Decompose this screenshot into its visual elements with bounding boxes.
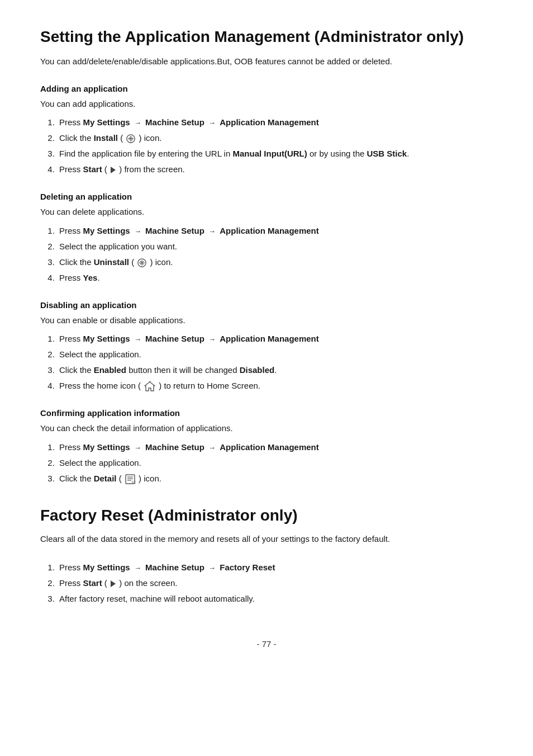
uninstall-icon xyxy=(137,258,147,268)
page-intro: You can add/delete/enable/disable applic… xyxy=(40,55,493,68)
arrow-icon: → xyxy=(134,119,141,127)
install-icon xyxy=(126,134,136,144)
list-item: After factory reset, machine will reboot… xyxy=(57,592,493,606)
steps-list-deleting: Press My Settings → Machine Setup → Appl… xyxy=(51,224,493,285)
section-heading-adding: Adding an application xyxy=(40,84,493,93)
bold-text: Application Management xyxy=(220,334,319,343)
steps-list-factory-reset: Press My Settings → Machine Setup → Fact… xyxy=(51,561,493,606)
steps-list-disabling: Press My Settings → Machine Setup → Appl… xyxy=(51,332,493,393)
bold-text: USB Stick xyxy=(367,149,407,158)
arrow-icon: → xyxy=(134,227,141,235)
list-item: Select the application. xyxy=(57,348,493,361)
section-intro-deleting: You can delete applications. xyxy=(40,206,493,219)
bold-text: Machine Setup xyxy=(145,442,204,452)
bold-text: Machine Setup xyxy=(145,117,204,127)
list-item: Press My Settings → Machine Setup → Appl… xyxy=(57,224,493,238)
bold-text: My Settings xyxy=(83,334,130,343)
factory-reset-intro: Clears all of the data stored in the mem… xyxy=(40,533,493,546)
arrow-icon: → xyxy=(208,443,216,452)
page-number: - 77 - xyxy=(40,639,493,649)
list-item: Click the Uninstall ( ) icon. xyxy=(57,256,493,269)
home-icon xyxy=(144,381,156,392)
bold-text: Application Management xyxy=(220,117,319,127)
arrow-icon: → xyxy=(134,335,141,343)
bold-text: My Settings xyxy=(83,442,130,452)
bold-text: Yes xyxy=(83,273,98,282)
svg-text:EQ: EQ xyxy=(132,480,136,484)
svg-marker-6 xyxy=(150,381,151,382)
arrow-icon: → xyxy=(208,119,216,127)
section-heading-confirming: Confirming application information xyxy=(40,408,493,418)
list-item: Press My Settings → Machine Setup → Appl… xyxy=(57,116,493,129)
bold-text: Detail xyxy=(94,474,117,483)
bold-text: Disabled xyxy=(240,365,275,375)
arrow-icon: → xyxy=(208,335,216,343)
section-adding: Adding an application You can add applic… xyxy=(40,84,493,177)
section-heading-disabling: Disabling an application xyxy=(40,300,493,310)
list-item: Click the Install ( ) icon. xyxy=(57,131,493,145)
list-item: Press Start ( ) on the screen. xyxy=(57,577,493,590)
bold-text: Start xyxy=(83,164,102,174)
list-item: Press Start ( ) from the screen. xyxy=(57,163,493,176)
start-icon xyxy=(111,167,116,173)
list-item: Press My Settings → Machine Setup → Appl… xyxy=(57,441,493,454)
bold-text: Application Management xyxy=(220,226,319,235)
list-item: Press My Settings → Machine Setup → Appl… xyxy=(57,332,493,346)
steps-list-adding: Press My Settings → Machine Setup → Appl… xyxy=(51,116,493,176)
bold-text: Factory Reset xyxy=(220,563,275,572)
steps-list-confirming: Press My Settings → Machine Setup → Appl… xyxy=(51,441,493,485)
bold-text: My Settings xyxy=(83,117,130,127)
list-item: Select the application. xyxy=(57,456,493,470)
arrow-icon: → xyxy=(134,443,141,452)
svg-marker-4 xyxy=(145,382,155,391)
bold-text: Machine Setup xyxy=(145,563,204,572)
detail-icon: EQ xyxy=(125,474,136,485)
bold-text: Start xyxy=(83,578,102,588)
arrow-icon: → xyxy=(208,227,216,235)
section-confirming: Confirming application information You c… xyxy=(40,408,493,485)
bold-text: My Settings xyxy=(83,226,130,235)
arrow-icon: → xyxy=(208,564,216,572)
list-item: Press Yes. xyxy=(57,271,493,285)
section-disabling: Disabling an application You can enable … xyxy=(40,300,493,393)
list-item: Select the application you want. xyxy=(57,240,493,253)
bold-text: Machine Setup xyxy=(145,226,204,235)
bold-text: Application Management xyxy=(220,442,319,452)
section-deleting: Deleting an application You can delete a… xyxy=(40,192,493,285)
factory-reset-title: Factory Reset (Administrator only) xyxy=(40,505,493,525)
page-title: Setting the Application Management (Admi… xyxy=(40,27,493,46)
section-intro-confirming: You can check the detail information of … xyxy=(40,422,493,435)
list-item: Click the Enabled button then it will be… xyxy=(57,363,493,377)
bold-text: Manual Input(URL) xyxy=(232,149,307,158)
start-icon xyxy=(111,580,116,587)
bold-text: Uninstall xyxy=(94,257,129,267)
section-intro-adding: You can add applications. xyxy=(40,98,493,111)
list-item: Find the application file by entering th… xyxy=(57,147,493,160)
list-item: Press the home icon ( ) to return to Hom… xyxy=(57,379,493,393)
section-heading-deleting: Deleting an application xyxy=(40,192,493,201)
section-intro-disabling: You can enable or disable applications. xyxy=(40,314,493,327)
arrow-icon: → xyxy=(134,564,141,572)
bold-text: Machine Setup xyxy=(145,334,204,343)
list-item: Click the Detail ( EQ ) icon. xyxy=(57,472,493,485)
bold-text: Install xyxy=(94,133,118,143)
bold-text: Enabled xyxy=(94,365,126,375)
list-item: Press My Settings → Machine Setup → Fact… xyxy=(57,561,493,574)
bold-text: My Settings xyxy=(83,563,130,572)
